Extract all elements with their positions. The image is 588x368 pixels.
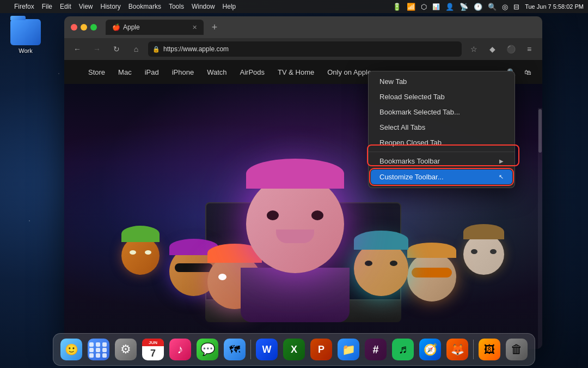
dock-system-prefs[interactable]: ⚙ bbox=[113, 337, 138, 362]
dock-safari[interactable]: 🧭 bbox=[418, 337, 443, 362]
menu-item-customize-toolbar[interactable]: Customize Toolbar... ↖ bbox=[371, 170, 512, 184]
battery-icon[interactable]: 🔋 bbox=[393, 3, 401, 11]
files-icon: 📁 bbox=[338, 339, 359, 360]
dock-separator-2 bbox=[473, 340, 474, 359]
work-folder[interactable]: Work bbox=[7, 19, 45, 54]
bluetooth-icon[interactable]: ⬡ bbox=[421, 3, 427, 11]
menubar-history[interactable]: History bbox=[101, 3, 121, 10]
desktop: Firefox File Edit View History Bookmarks… bbox=[0, 0, 588, 368]
dock-launchpad[interactable] bbox=[86, 337, 111, 362]
menu-item-new-tab[interactable]: New Tab bbox=[371, 74, 512, 89]
menu-item-bookmarks-toolbar[interactable]: Bookmarks Toolbar ▶ bbox=[371, 154, 512, 168]
siri-icon[interactable]: ◎ bbox=[502, 3, 508, 11]
minimize-button[interactable] bbox=[81, 24, 87, 31]
scrollbar[interactable] bbox=[538, 108, 542, 349]
settings-icon: ⚙ bbox=[115, 339, 137, 360]
battery-percent-icon[interactable]: 📊 bbox=[432, 3, 440, 10]
time-machine-icon[interactable]: 🕐 bbox=[474, 3, 482, 11]
dock-files[interactable]: 📁 bbox=[336, 337, 361, 362]
menubar-view[interactable]: View bbox=[79, 3, 93, 10]
excel-icon: X bbox=[283, 339, 305, 360]
dock-separator-1 bbox=[250, 340, 251, 359]
dock-excel[interactable]: X bbox=[281, 337, 307, 362]
back-button[interactable]: ← bbox=[70, 41, 85, 57]
work-folder-icon bbox=[10, 19, 41, 45]
forward-button[interactable]: → bbox=[89, 41, 105, 57]
datetime[interactable]: Tue Jun 7 5:58:02 PM bbox=[525, 3, 584, 10]
hamburger-menu-button[interactable]: ≡ bbox=[522, 41, 537, 57]
close-button[interactable] bbox=[71, 24, 77, 31]
dock-maps[interactable]: 🗺 bbox=[222, 337, 247, 362]
memoji-main bbox=[246, 175, 350, 322]
menubar-window[interactable]: Window bbox=[192, 3, 215, 10]
dock-slack[interactable]: # bbox=[363, 337, 388, 362]
tab-bar: 🍎 Apple ✕ + bbox=[106, 20, 536, 35]
menu-item-bookmark-tab-label: Bookmark Selected Tab... bbox=[379, 108, 460, 116]
dock-calendar[interactable]: JUN 7 bbox=[140, 337, 166, 362]
dock-ppt[interactable]: P bbox=[309, 337, 334, 362]
menu-separator-1 bbox=[369, 152, 514, 152]
nav-airpods[interactable]: AirPods bbox=[240, 68, 265, 76]
dock-messages[interactable]: 💬 bbox=[195, 337, 220, 362]
user-icon[interactable]: 👤 bbox=[445, 3, 454, 11]
dock-spotify[interactable]: ♬ bbox=[390, 337, 415, 362]
browser-tab-apple[interactable]: 🍎 Apple ✕ bbox=[106, 20, 204, 35]
home-button[interactable]: ⌂ bbox=[128, 41, 144, 57]
dock-word[interactable]: W bbox=[254, 337, 279, 362]
photos-icon: 🖼 bbox=[479, 339, 500, 360]
launchpad-dot bbox=[96, 353, 100, 358]
spotlight-icon[interactable]: 🔍 bbox=[488, 3, 497, 11]
toolbar: ← → ↻ ⌂ 🔒 https://www.apple.com ☆ ◆ ⚫ ≡ bbox=[64, 38, 542, 60]
maximize-button[interactable] bbox=[90, 24, 97, 31]
launchpad-dot bbox=[102, 348, 107, 352]
menubar-bookmarks[interactable]: Bookmarks bbox=[128, 3, 161, 10]
nav-iphone[interactable]: iPhone bbox=[172, 68, 194, 76]
menu-item-reload-tab[interactable]: Reload Selected Tab bbox=[371, 89, 512, 104]
music-icon: ♪ bbox=[169, 339, 191, 360]
notification-icon[interactable]: ⊟ bbox=[513, 3, 519, 11]
finder-icon: 🙂 bbox=[60, 339, 82, 360]
menubar-app-name[interactable]: Firefox bbox=[14, 3, 34, 10]
new-tab-button[interactable]: + bbox=[207, 20, 222, 35]
nav-store[interactable]: Store bbox=[88, 68, 105, 76]
dock-photos[interactable]: 🖼 bbox=[477, 337, 502, 362]
url-bar[interactable]: 🔒 https://www.apple.com bbox=[148, 41, 462, 57]
nav-tv-home[interactable]: TV & Home bbox=[278, 68, 314, 76]
pocket-button[interactable]: ◆ bbox=[485, 41, 500, 57]
ppt-icon: P bbox=[310, 339, 332, 360]
menu-item-reopen-closed-tab[interactable]: Reopen Closed Tab bbox=[371, 135, 512, 150]
dock-firefox[interactable]: 🦊 bbox=[445, 337, 470, 362]
menu-item-customize-toolbar-label: Customize Toolbar... bbox=[379, 173, 444, 181]
bookmark-star-button[interactable]: ☆ bbox=[466, 41, 481, 57]
launchpad-icon bbox=[88, 339, 109, 360]
menu-item-select-all-tabs[interactable]: Select All Tabs bbox=[371, 120, 512, 135]
nav-ipad[interactable]: iPad bbox=[145, 68, 159, 76]
dock-music[interactable]: ♪ bbox=[168, 337, 193, 362]
menu-item-bookmark-tab[interactable]: Bookmark Selected Tab... bbox=[371, 105, 512, 119]
nav-bag-icon[interactable]: 🛍 bbox=[524, 68, 531, 76]
dock-trash[interactable]: 🗑 bbox=[504, 337, 529, 362]
memoji-right-glasses bbox=[407, 252, 456, 301]
menubar-edit[interactable]: Edit bbox=[60, 3, 71, 10]
launchpad-dot bbox=[102, 353, 107, 358]
memoji-green bbox=[121, 237, 160, 275]
tab-close-button[interactable]: ✕ bbox=[192, 24, 197, 31]
reload-button[interactable]: ↻ bbox=[109, 41, 124, 57]
menubar-tools[interactable]: Tools bbox=[169, 3, 184, 10]
nav-mac[interactable]: Mac bbox=[118, 68, 132, 76]
menu-item-reload-tab-label: Reload Selected Tab bbox=[379, 93, 445, 101]
scrollbar-thumb[interactable] bbox=[538, 109, 542, 153]
toolbar-right: ☆ ◆ ⚫ ≡ bbox=[466, 41, 537, 57]
memoji-teal bbox=[354, 242, 408, 296]
menubar-file[interactable]: File bbox=[42, 3, 52, 10]
spotify-icon: ♬ bbox=[392, 339, 414, 360]
nav-watch[interactable]: Watch bbox=[207, 68, 226, 76]
dock-finder[interactable]: 🙂 bbox=[59, 337, 84, 362]
wifi-icon[interactable]: 📶 bbox=[407, 3, 415, 11]
menubar-right: 🔋 📶 ⬡ 📊 👤 📡 🕐 🔍 ◎ ⊟ Tue Jun 7 5:58:02 PM bbox=[393, 3, 584, 11]
nav-only-apple[interactable]: Only on Apple bbox=[327, 68, 371, 76]
menubar-help[interactable]: Help bbox=[223, 3, 236, 10]
airdrop-icon[interactable]: 📡 bbox=[460, 3, 468, 11]
launchpad-dot bbox=[89, 342, 94, 347]
profile-button[interactable]: ⚫ bbox=[503, 41, 518, 57]
